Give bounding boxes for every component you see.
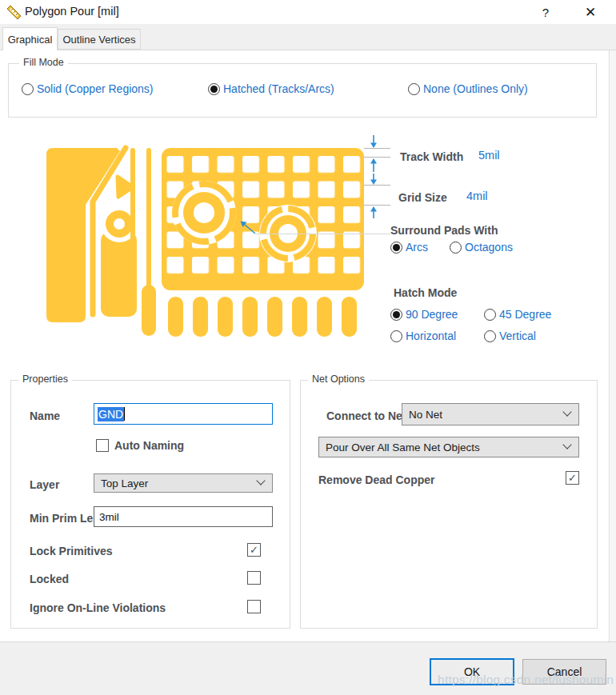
app-icon	[6, 5, 22, 20]
radio-octagons[interactable]	[450, 242, 462, 254]
radio-45-degree-label[interactable]: 45 Degree	[499, 308, 551, 321]
radio-solid[interactable]	[22, 83, 34, 95]
net-options-caption: Net Options	[308, 373, 369, 385]
radio-horizontal[interactable]	[390, 330, 402, 342]
ignore-violations-checkbox[interactable]	[247, 600, 261, 613]
name-value-selected: GND	[98, 407, 124, 421]
lock-primitives-checkbox[interactable]: ✓	[247, 543, 261, 557]
connect-to-net-value: No Net	[409, 409, 442, 421]
connect-to-net-select[interactable]: No Net	[402, 403, 579, 425]
close-button[interactable]: ✕	[578, 2, 603, 22]
auto-naming-checkbox[interactable]	[96, 439, 109, 452]
layer-label: Layer	[30, 478, 59, 491]
remove-dead-copper-label: Remove Dead Copper	[318, 473, 434, 486]
connect-to-net-label: Connect to Net	[326, 409, 406, 422]
radio-hatched-label[interactable]: Hatched (Tracks/Arcs)	[223, 82, 334, 95]
properties-caption: Properties	[18, 373, 72, 385]
right-margin	[610, 50, 616, 641]
chevron-down-icon	[562, 407, 571, 416]
radio-90-degree[interactable]	[390, 309, 402, 321]
ignore-violations-label: Ignore On-Line Violations	[30, 601, 166, 614]
track-width-label: Track Width	[400, 150, 463, 163]
polygon-pour-dialog: Polygon Pour [mil] ? ✕ Outline Vertices …	[0, 0, 616, 695]
name-input[interactable]: GND	[94, 403, 273, 425]
radio-arcs-label[interactable]: Arcs	[406, 241, 428, 254]
locked-label: Locked	[30, 573, 69, 585]
min-prim-length-input[interactable]: 3mil	[94, 506, 273, 527]
surround-pads-label: Surround Pads With	[390, 224, 498, 237]
tab-outline-vertices[interactable]: Outline Vertices	[58, 29, 141, 50]
radio-hatched[interactable]	[208, 83, 220, 95]
check-icon: ✓	[250, 544, 258, 556]
fill-mode-caption: Fill Mode	[19, 57, 68, 68]
layer-value: Top Layer	[101, 477, 148, 489]
chevron-down-icon	[256, 476, 265, 485]
radio-90-degree-label[interactable]: 90 Degree	[406, 308, 458, 321]
radio-arcs[interactable]	[390, 242, 402, 254]
ok-button[interactable]: OK	[430, 658, 514, 685]
lock-primitives-label: Lock Primitives	[30, 545, 113, 557]
track-width-value[interactable]: 5mil	[478, 149, 500, 162]
grid-size-label: Grid Size	[398, 191, 447, 204]
title-bar: Polygon Pour [mil] ? ✕	[0, 0, 616, 24]
radio-horizontal-label[interactable]: Horizontal	[406, 330, 456, 342]
radio-none[interactable]	[408, 83, 420, 95]
window-title: Polygon Pour [mil]	[25, 5, 119, 18]
check-icon: ✓	[568, 472, 577, 484]
radio-vertical-label[interactable]: Vertical	[499, 330, 536, 342]
grid-size-value[interactable]: 4mil	[466, 190, 488, 202]
text-caret	[124, 407, 125, 421]
hatch-mode-label: Hatch Mode	[394, 286, 457, 299]
cancel-button[interactable]: Cancel	[522, 659, 606, 685]
radio-45-degree[interactable]	[484, 309, 496, 321]
layer-select[interactable]: Top Layer	[94, 473, 273, 493]
radio-vertical[interactable]	[484, 330, 496, 342]
locked-checkbox[interactable]	[247, 571, 261, 585]
name-label: Name	[30, 409, 60, 422]
pour-over-value: Pour Over All Same Net Objects	[326, 441, 480, 453]
radio-octagons-label[interactable]: Octagons	[465, 241, 513, 254]
polygon-pour-preview	[40, 130, 392, 364]
remove-dead-copper-checkbox[interactable]: ✓	[566, 471, 579, 485]
tab-graphical[interactable]: Graphical	[2, 27, 58, 50]
pour-over-select[interactable]: Pour Over All Same Net Objects	[318, 437, 579, 457]
help-button[interactable]: ?	[534, 2, 557, 22]
radio-solid-label[interactable]: Solid (Copper Regions)	[37, 82, 154, 95]
chevron-down-icon	[562, 440, 571, 449]
min-prim-length-value: 3mil	[99, 511, 119, 523]
radio-none-label[interactable]: None (Outlines Only)	[423, 82, 528, 95]
auto-naming-label[interactable]: Auto Naming	[114, 439, 184, 452]
pad-fingers	[168, 297, 357, 337]
